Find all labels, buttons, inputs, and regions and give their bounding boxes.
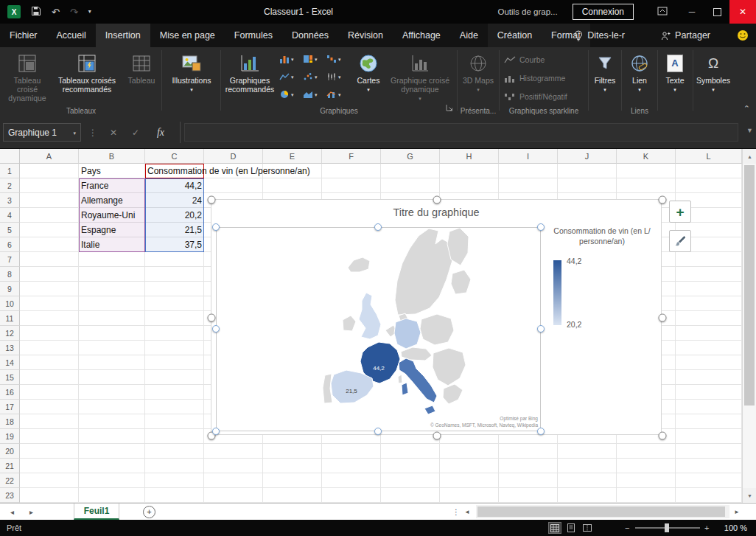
map-country-iceland[interactable] <box>348 257 370 272</box>
maps-button[interactable]: Cartes ▾ <box>351 49 385 111</box>
select-all-button[interactable] <box>0 149 20 164</box>
row-header-11[interactable]: 11 <box>0 311 20 326</box>
cell-B1[interactable]: Pays <box>79 164 145 178</box>
formula-input[interactable] <box>184 123 738 142</box>
row-header-14[interactable]: 14 <box>0 355 20 370</box>
tab-accueil[interactable]: Accueil <box>47 24 96 47</box>
map-country-royaume-uni[interactable] <box>359 293 381 339</box>
row-header-7[interactable]: 7 <box>0 252 20 267</box>
tab-revision[interactable]: Révision <box>338 24 393 47</box>
chart-resize-handle[interactable] <box>537 325 545 333</box>
tab-mise-en-page[interactable]: Mise en page <box>150 24 225 47</box>
map-country-corsica[interactable] <box>398 375 402 383</box>
cell-B6[interactable]: Italie <box>79 237 145 252</box>
column-header-K[interactable]: K <box>617 149 676 164</box>
map-country-italie[interactable] <box>399 358 437 403</box>
tab-strip-more-icon[interactable]: ⋮ <box>452 504 460 520</box>
zoom-slider-thumb[interactable] <box>665 523 669 532</box>
chart-resize-handle[interactable] <box>537 428 545 435</box>
sheet-nav-right-icon[interactable]: ▸ <box>29 504 33 520</box>
chart-resize-handle[interactable] <box>659 196 667 204</box>
pivot-chart-button[interactable]: Graphique croisé dynamique ▾ <box>387 49 453 111</box>
row-header-6[interactable]: 6 <box>0 237 20 252</box>
new-sheet-button[interactable]: + <box>143 506 155 518</box>
customize-qat-icon[interactable]: ▾ <box>88 9 91 15</box>
row-header-23[interactable]: 23 <box>0 488 20 503</box>
pivot-table-button[interactable]: Tableau croisé dynamique <box>4 49 50 111</box>
vertical-scrollbar-thumb[interactable] <box>744 165 755 406</box>
cell-B5[interactable]: Espagne <box>79 223 145 237</box>
chart[interactable]: Titre du graphique <box>211 199 662 435</box>
name-box[interactable]: Graphique 1 ▾ <box>3 123 81 142</box>
chart-resize-handle[interactable] <box>374 223 382 231</box>
chart-resize-handle[interactable] <box>374 428 382 435</box>
table-button[interactable]: Tableau <box>124 49 159 111</box>
chart-type-hierarchy-button[interactable]: ▾ <box>301 51 323 67</box>
chart-type-stock-button[interactable]: ▾ <box>325 69 347 85</box>
row-header-5[interactable]: 5 <box>0 223 20 237</box>
chart-legend[interactable]: Consommation de vin (en L/ personne/an) … <box>543 226 661 246</box>
sign-in-button[interactable]: Connexion <box>573 4 634 20</box>
chart-resize-handle[interactable] <box>433 196 441 204</box>
chart-resize-handle[interactable] <box>212 428 220 435</box>
tab-formules[interactable]: Formules <box>225 24 282 47</box>
zoom-out-button[interactable]: − <box>625 520 629 536</box>
chart-resize-handle[interactable] <box>212 325 220 333</box>
3d-maps-button[interactable]: 3D Maps ▾ <box>460 49 497 111</box>
row-header-12[interactable]: 12 <box>0 326 20 341</box>
row-header-17[interactable]: 17 <box>0 400 20 414</box>
row-header-8[interactable]: 8 <box>0 267 20 282</box>
row-header-13[interactable]: 13 <box>0 341 20 355</box>
cell-B4[interactable]: Royaume-Uni <box>79 208 145 223</box>
row-header-21[interactable]: 21 <box>0 459 20 473</box>
formula-bar-expand-icon[interactable]: ▼ <box>746 127 753 134</box>
cell-C3[interactable]: 24 <box>145 193 204 208</box>
sparkline-column-button[interactable]: Histogramme <box>504 70 565 86</box>
row-header-22[interactable]: 22 <box>0 473 20 488</box>
row-header-18[interactable]: 18 <box>0 414 20 429</box>
map-country-greece[interactable] <box>443 384 463 404</box>
tab-creation[interactable]: Création <box>488 24 542 47</box>
chart-type-pie-button[interactable]: ▾ <box>278 86 300 102</box>
cell-C4[interactable]: 20,2 <box>145 208 204 223</box>
tab-donnees[interactable]: Données <box>282 24 338 47</box>
sparkline-winloss-button[interactable]: Positif/Négatif <box>504 88 567 105</box>
zoom-percentage[interactable]: 100 % <box>724 520 747 536</box>
column-header-G[interactable]: G <box>381 149 440 164</box>
row-header-16[interactable]: 16 <box>0 385 20 400</box>
row-header-15[interactable]: 15 <box>0 370 20 385</box>
feedback-smiley-icon[interactable] <box>737 24 749 47</box>
vertical-scrollbar[interactable]: ▲ ▼ <box>742 149 756 503</box>
zoom-slider[interactable] <box>635 527 700 529</box>
minimize-button[interactable]: ─ <box>679 0 704 24</box>
illustrations-button[interactable]: Illustrations ▾ <box>166 49 217 111</box>
text-button[interactable]: A Texte ▾ <box>660 49 690 111</box>
page-break-view-button[interactable] <box>581 522 594 534</box>
chart-resize-handle[interactable] <box>537 223 545 231</box>
cancel-entry-icon[interactable]: ✕ <box>105 123 122 142</box>
name-box-options-icon[interactable]: ⋮ <box>87 123 99 142</box>
scroll-up-arrow[interactable]: ▲ <box>743 149 756 164</box>
chart-resize-handle[interactable] <box>433 432 441 440</box>
chart-type-scatter-button[interactable]: ▾ <box>301 69 323 85</box>
map-country-ireland[interactable] <box>343 316 356 331</box>
cell-C1[interactable]: Consommation de vin (en L/personne/an) <box>145 164 310 178</box>
normal-view-button[interactable] <box>548 522 561 534</box>
cell-B3[interactable]: Allemange <box>79 193 145 208</box>
chart-type-area-button[interactable]: ▾ <box>301 86 323 102</box>
chart-type-combo-button[interactable]: ▾ <box>325 86 347 102</box>
save-icon[interactable] <box>31 6 41 18</box>
column-header-F[interactable]: F <box>322 149 381 164</box>
tab-affichage[interactable]: Affichage <box>393 24 450 47</box>
chart-plot-area[interactable]: 44,2 21,5 Optimisé par Bing © GeoNames, … <box>216 227 541 431</box>
map-country-scandinavia[interactable] <box>395 229 452 315</box>
symbols-button[interactable]: Ω Symboles ▾ <box>696 49 731 111</box>
charts-dialog-launcher[interactable] <box>446 101 453 114</box>
row-header-20[interactable]: 20 <box>0 444 20 459</box>
map-country-sicile[interactable] <box>424 406 435 414</box>
zoom-in-button[interactable]: + <box>704 520 709 536</box>
filters-button[interactable]: Filtres ▾ <box>590 49 620 111</box>
row-header-19[interactable]: 19 <box>0 429 20 444</box>
chart-type-line-button[interactable]: ▾ <box>278 69 300 85</box>
column-header-D[interactable]: D <box>204 149 263 164</box>
